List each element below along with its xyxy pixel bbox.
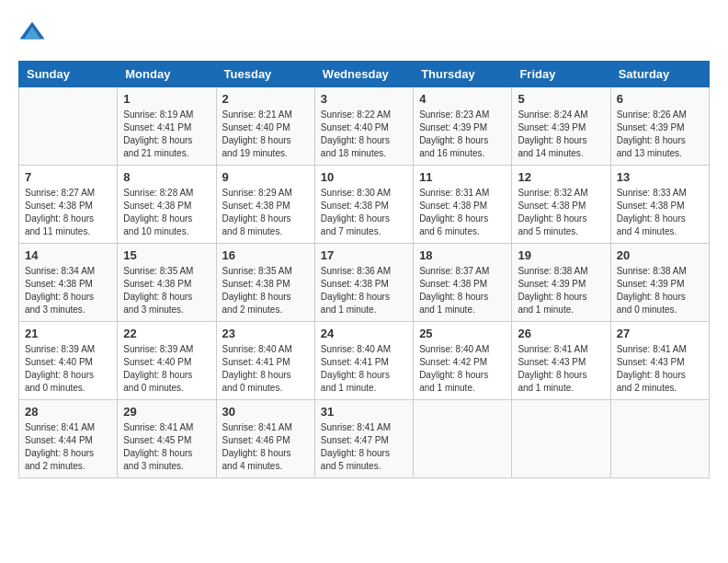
calendar-cell: 13Sunrise: 8:33 AM Sunset: 4:38 PM Dayli… xyxy=(610,166,709,244)
day-number: 12 xyxy=(518,170,604,184)
cell-content: Sunrise: 8:41 AM Sunset: 4:47 PM Dayligh… xyxy=(321,421,407,473)
week-row-3: 14Sunrise: 8:34 AM Sunset: 4:38 PM Dayli… xyxy=(19,244,710,322)
day-number: 28 xyxy=(25,405,111,419)
cell-content: Sunrise: 8:38 AM Sunset: 4:39 PM Dayligh… xyxy=(617,265,703,316)
cell-content: Sunrise: 8:40 AM Sunset: 4:42 PM Dayligh… xyxy=(419,343,506,395)
cell-content: Sunrise: 8:32 AM Sunset: 4:38 PM Dayligh… xyxy=(518,187,604,238)
cell-content: Sunrise: 8:27 AM Sunset: 4:38 PM Dayligh… xyxy=(25,187,111,238)
day-number: 18 xyxy=(419,248,506,262)
calendar-cell: 26Sunrise: 8:41 AM Sunset: 4:43 PM Dayli… xyxy=(512,322,610,400)
calendar-cell: 18Sunrise: 8:37 AM Sunset: 4:38 PM Dayli… xyxy=(414,244,512,322)
day-number: 9 xyxy=(222,170,309,184)
calendar-cell: 28Sunrise: 8:41 AM Sunset: 4:44 PM Dayli… xyxy=(19,400,118,478)
calendar-cell: 11Sunrise: 8:31 AM Sunset: 4:38 PM Dayli… xyxy=(414,166,512,244)
cell-content: Sunrise: 8:30 AM Sunset: 4:38 PM Dayligh… xyxy=(321,187,407,238)
cell-content: Sunrise: 8:37 AM Sunset: 4:38 PM Dayligh… xyxy=(419,265,506,316)
cell-content: Sunrise: 8:28 AM Sunset: 4:38 PM Dayligh… xyxy=(123,187,210,238)
cell-content: Sunrise: 8:41 AM Sunset: 4:43 PM Dayligh… xyxy=(518,343,604,395)
calendar-cell: 27Sunrise: 8:41 AM Sunset: 4:43 PM Dayli… xyxy=(610,322,709,400)
day-number: 21 xyxy=(25,327,111,340)
cell-content: Sunrise: 8:39 AM Sunset: 4:40 PM Dayligh… xyxy=(123,343,210,395)
calendar-cell: 5Sunrise: 8:24 AM Sunset: 4:39 PM Daylig… xyxy=(512,87,610,166)
calendar-cell: 9Sunrise: 8:29 AM Sunset: 4:38 PM Daylig… xyxy=(216,166,314,244)
cell-content: Sunrise: 8:41 AM Sunset: 4:46 PM Dayligh… xyxy=(222,421,309,473)
calendar-cell: 2Sunrise: 8:21 AM Sunset: 4:40 PM Daylig… xyxy=(216,87,314,166)
cell-content: Sunrise: 8:23 AM Sunset: 4:39 PM Dayligh… xyxy=(419,109,506,160)
calendar: SundayMondayTuesdayWednesdayThursdayFrid… xyxy=(18,61,710,478)
day-number: 26 xyxy=(518,327,604,340)
day-number: 3 xyxy=(321,92,407,106)
calendar-cell: 14Sunrise: 8:34 AM Sunset: 4:38 PM Dayli… xyxy=(19,244,118,322)
cell-content: Sunrise: 8:33 AM Sunset: 4:38 PM Dayligh… xyxy=(617,187,703,238)
day-number: 6 xyxy=(617,92,703,106)
day-number: 8 xyxy=(123,170,210,184)
page-header xyxy=(18,18,710,46)
calendar-cell: 3Sunrise: 8:22 AM Sunset: 4:40 PM Daylig… xyxy=(314,87,413,166)
calendar-cell: 25Sunrise: 8:40 AM Sunset: 4:42 PM Dayli… xyxy=(414,322,512,400)
day-number: 29 xyxy=(123,405,210,419)
weekday-header-monday: Monday xyxy=(118,62,216,87)
calendar-cell: 23Sunrise: 8:40 AM Sunset: 4:41 PM Dayli… xyxy=(216,322,314,400)
calendar-cell: 6Sunrise: 8:26 AM Sunset: 4:39 PM Daylig… xyxy=(610,87,709,166)
calendar-cell: 10Sunrise: 8:30 AM Sunset: 4:38 PM Dayli… xyxy=(314,166,413,244)
calendar-cell: 20Sunrise: 8:38 AM Sunset: 4:39 PM Dayli… xyxy=(610,244,709,322)
calendar-cell: 17Sunrise: 8:36 AM Sunset: 4:38 PM Dayli… xyxy=(314,244,413,322)
calendar-cell: 7Sunrise: 8:27 AM Sunset: 4:38 PM Daylig… xyxy=(19,166,118,244)
calendar-cell: 24Sunrise: 8:40 AM Sunset: 4:41 PM Dayli… xyxy=(314,322,413,400)
day-number: 4 xyxy=(419,92,506,106)
cell-content: Sunrise: 8:29 AM Sunset: 4:38 PM Dayligh… xyxy=(222,187,309,238)
calendar-cell: 22Sunrise: 8:39 AM Sunset: 4:40 PM Dayli… xyxy=(118,322,216,400)
day-number: 31 xyxy=(321,405,407,419)
cell-content: Sunrise: 8:24 AM Sunset: 4:39 PM Dayligh… xyxy=(518,109,604,160)
calendar-cell: 21Sunrise: 8:39 AM Sunset: 4:40 PM Dayli… xyxy=(19,322,118,400)
day-number: 13 xyxy=(617,170,703,184)
week-row-4: 21Sunrise: 8:39 AM Sunset: 4:40 PM Dayli… xyxy=(19,322,710,400)
weekday-header-wednesday: Wednesday xyxy=(314,62,413,87)
day-number: 19 xyxy=(518,248,604,262)
day-number: 22 xyxy=(123,327,210,340)
day-number: 27 xyxy=(617,327,703,340)
day-number: 25 xyxy=(419,327,506,340)
day-number: 20 xyxy=(617,248,703,262)
day-number: 15 xyxy=(123,248,210,262)
cell-content: Sunrise: 8:41 AM Sunset: 4:45 PM Dayligh… xyxy=(123,421,210,473)
calendar-cell: 30Sunrise: 8:41 AM Sunset: 4:46 PM Dayli… xyxy=(216,400,314,478)
calendar-cell xyxy=(414,400,512,478)
day-number: 16 xyxy=(222,248,309,262)
cell-content: Sunrise: 8:22 AM Sunset: 4:40 PM Dayligh… xyxy=(321,109,407,160)
calendar-cell xyxy=(512,400,610,478)
day-number: 30 xyxy=(222,405,309,419)
day-number: 1 xyxy=(123,92,210,106)
logo xyxy=(18,18,50,46)
calendar-cell: 31Sunrise: 8:41 AM Sunset: 4:47 PM Dayli… xyxy=(314,400,413,478)
weekday-header-row: SundayMondayTuesdayWednesdayThursdayFrid… xyxy=(19,62,710,87)
calendar-cell: 8Sunrise: 8:28 AM Sunset: 4:38 PM Daylig… xyxy=(118,166,216,244)
day-number: 14 xyxy=(25,248,111,262)
week-row-2: 7Sunrise: 8:27 AM Sunset: 4:38 PM Daylig… xyxy=(19,166,710,244)
logo-icon xyxy=(18,18,46,46)
calendar-cell: 19Sunrise: 8:38 AM Sunset: 4:39 PM Dayli… xyxy=(512,244,610,322)
day-number: 23 xyxy=(222,327,309,340)
cell-content: Sunrise: 8:19 AM Sunset: 4:41 PM Dayligh… xyxy=(123,109,210,160)
calendar-cell: 4Sunrise: 8:23 AM Sunset: 4:39 PM Daylig… xyxy=(414,87,512,166)
weekday-header-thursday: Thursday xyxy=(414,62,512,87)
cell-content: Sunrise: 8:35 AM Sunset: 4:38 PM Dayligh… xyxy=(222,265,309,316)
cell-content: Sunrise: 8:34 AM Sunset: 4:38 PM Dayligh… xyxy=(25,265,111,316)
calendar-cell: 16Sunrise: 8:35 AM Sunset: 4:38 PM Dayli… xyxy=(216,244,314,322)
cell-content: Sunrise: 8:35 AM Sunset: 4:38 PM Dayligh… xyxy=(123,265,210,316)
cell-content: Sunrise: 8:40 AM Sunset: 4:41 PM Dayligh… xyxy=(222,343,309,395)
weekday-header-friday: Friday xyxy=(512,62,610,87)
week-row-5: 28Sunrise: 8:41 AM Sunset: 4:44 PM Dayli… xyxy=(19,400,710,478)
calendar-cell: 12Sunrise: 8:32 AM Sunset: 4:38 PM Dayli… xyxy=(512,166,610,244)
weekday-header-saturday: Saturday xyxy=(610,62,709,87)
day-number: 17 xyxy=(321,248,407,262)
cell-content: Sunrise: 8:41 AM Sunset: 4:44 PM Dayligh… xyxy=(25,421,111,473)
calendar-cell: 29Sunrise: 8:41 AM Sunset: 4:45 PM Dayli… xyxy=(118,400,216,478)
cell-content: Sunrise: 8:40 AM Sunset: 4:41 PM Dayligh… xyxy=(321,343,407,395)
cell-content: Sunrise: 8:21 AM Sunset: 4:40 PM Dayligh… xyxy=(222,109,309,160)
day-number: 11 xyxy=(419,170,506,184)
calendar-cell: 1Sunrise: 8:19 AM Sunset: 4:41 PM Daylig… xyxy=(118,87,216,166)
calendar-cell: 15Sunrise: 8:35 AM Sunset: 4:38 PM Dayli… xyxy=(118,244,216,322)
calendar-cell xyxy=(19,87,118,166)
calendar-cell xyxy=(610,400,709,478)
